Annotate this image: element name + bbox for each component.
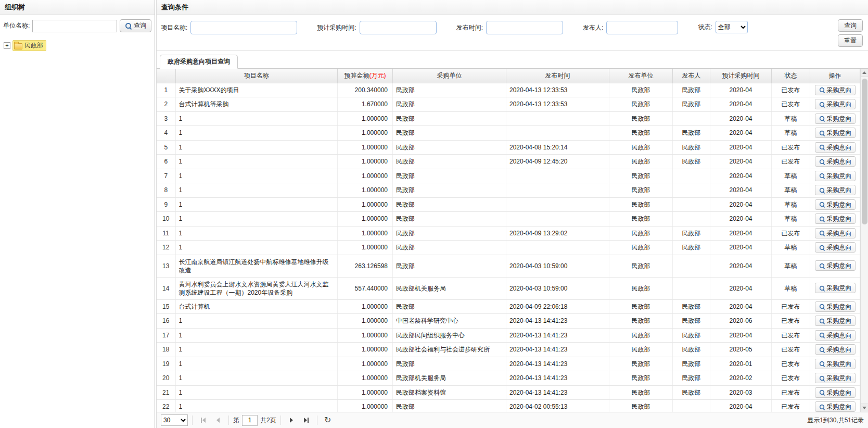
table-row[interactable]: 5 1 1.000000 民政部 2020-04-08 15:20:14 民政部…	[157, 140, 860, 155]
view-intention-button[interactable]: 采购意向	[815, 359, 856, 369]
page-size-select[interactable]: 30	[161, 414, 188, 426]
table-row[interactable]: 13 长江南京航道局镇江航道处扬中航标维修基地维修升级改造 263.126598…	[157, 255, 860, 277]
table-row[interactable]: 11 1 1.000000 民政部 2020-04-09 13:29:02 民政…	[157, 226, 860, 241]
expected-time-cell: 2020-04	[710, 155, 772, 169]
publisher-cell	[673, 277, 710, 299]
table-row[interactable]: 9 1 1.000000 民政部 民政部 2020-04 草稿 采购意向	[157, 197, 860, 212]
table-row[interactable]: 16 1 1.000000 中国老龄科学研究中心 2020-04-13 14:4…	[157, 314, 860, 329]
table-row[interactable]: 8 1 1.000000 民政部 民政部 2020-04 草稿 采购意向	[157, 183, 860, 198]
next-page-button[interactable]	[285, 414, 298, 426]
tab-procurement-intention-query[interactable]: 政府采购意向项目查询	[160, 55, 238, 69]
view-intention-button[interactable]: 采购意向	[815, 260, 856, 271]
publisher-input[interactable]	[606, 21, 678, 34]
view-intention-label: 采购意向	[827, 186, 852, 194]
query-reset-button[interactable]: 重置	[838, 34, 863, 47]
view-intention-button[interactable]: 采购意向	[815, 114, 856, 124]
expected-time-cell: 2020-04	[710, 111, 772, 126]
view-intention-button[interactable]: 采购意向	[815, 199, 856, 210]
table-row[interactable]: 2 台式计算机等采购 1.670000 民政部 2020-04-13 12:33…	[157, 97, 860, 112]
publisher-cell	[673, 400, 710, 412]
view-intention-button[interactable]: 采购意向	[815, 242, 856, 253]
table-row[interactable]: 18 1 1.000000 民政部社会福利与社会进步研究所 2020-04-13…	[157, 343, 860, 357]
view-intention-label: 采购意向	[827, 200, 852, 209]
status-cell: 草稿	[772, 212, 810, 226]
table-row[interactable]: 3 1 1.000000 民政部 民政部 2020-04 草稿 采购意向	[157, 111, 860, 126]
operation-cell: 采购意向	[810, 328, 860, 343]
refresh-button[interactable]: ↻	[322, 414, 334, 426]
last-page-button[interactable]	[300, 414, 313, 426]
expected-time-input[interactable]	[360, 21, 437, 34]
purchase-unit-cell: 民政部	[393, 183, 506, 198]
purchase-unit-cell: 民政部	[393, 400, 506, 412]
pager-separator	[192, 416, 193, 425]
view-intention-label: 采购意向	[827, 303, 852, 311]
view-intention-button[interactable]: 采购意向	[815, 171, 856, 181]
table-row[interactable]: 20 1 1.000000 民政部机关服务局 2020-04-13 14:41:…	[157, 371, 860, 386]
view-intention-button[interactable]: 采购意向	[815, 228, 856, 238]
view-intention-button[interactable]: 采购意向	[815, 85, 856, 95]
prev-page-icon	[216, 418, 220, 423]
magnifier-icon	[819, 101, 824, 107]
table-row[interactable]: 22 1 1.000000 民政部 2020-04-02 00:55:13 民政…	[157, 400, 860, 412]
table-row[interactable]: 1 关于采购XXXX的项目 200.340000 民政部 2020-04-13 …	[157, 83, 860, 97]
pager-separator	[228, 416, 229, 425]
table-row[interactable]: 14 黄河水利委员会上游水文水资源局黄委大江大河水文监测系统建设工程（一期）20…	[157, 277, 860, 299]
row-number-cell: 9	[157, 197, 175, 212]
view-intention-button[interactable]: 采购意向	[815, 316, 856, 326]
view-intention-button[interactable]: 采购意向	[815, 142, 856, 153]
tree-node-selected[interactable]: 民政部	[12, 40, 46, 51]
unit-name-input[interactable]	[32, 20, 117, 32]
table-row[interactable]: 10 1 1.000000 民政部 民政部 2020-04 草稿 采购意向	[157, 212, 860, 226]
status-cell: 草稿	[772, 277, 810, 299]
view-intention-button[interactable]: 采购意向	[815, 373, 856, 383]
publish-time-input[interactable]	[486, 21, 563, 34]
col-budget-unit: (万元)	[369, 72, 386, 79]
table-row[interactable]: 6 1 1.000000 民政部 2020-04-09 12:45:20 民政部…	[157, 155, 860, 169]
view-intention-button[interactable]: 采购意向	[815, 387, 856, 398]
publish-time-cell: 2020-04-09 22:06:18	[506, 299, 609, 314]
row-number-cell: 6	[157, 155, 175, 169]
first-page-button[interactable]	[197, 414, 209, 426]
scrollbar-thumb[interactable]	[862, 79, 867, 224]
query-search-button[interactable]: 查询	[838, 19, 863, 32]
view-intention-button[interactable]: 采购意向	[815, 156, 856, 167]
view-intention-button[interactable]: 采购意向	[815, 128, 856, 138]
table-scrollbar[interactable]	[860, 69, 868, 412]
table-row[interactable]: 19 1 1.000000 民政部 2020-04-13 14:41:23 民政…	[157, 357, 860, 371]
table-row[interactable]: 4 1 1.000000 民政部 民政部 民政部 2020-04 草稿 采购意向	[157, 126, 860, 141]
view-intention-button[interactable]: 采购意向	[815, 213, 856, 224]
prev-page-button[interactable]	[212, 414, 224, 426]
budget-cell: 1.000000	[338, 212, 393, 226]
view-intention-button[interactable]: 采购意向	[815, 99, 856, 109]
status-cell: 草稿	[772, 241, 810, 255]
magnifier-icon	[819, 144, 824, 150]
status-cell: 草稿	[772, 197, 810, 212]
view-intention-button[interactable]: 采购意向	[815, 185, 856, 195]
status-select[interactable]: 全部	[716, 21, 748, 33]
current-page-input[interactable]	[242, 415, 258, 426]
operation-cell: 采购意向	[810, 357, 860, 371]
tree-node-root[interactable]: + 民政部	[4, 40, 151, 51]
budget-cell: 1.000000	[338, 385, 393, 400]
scroll-up-button[interactable]	[861, 69, 868, 77]
view-intention-button[interactable]: 采购意向	[815, 401, 856, 412]
col-project-name: 项目名称	[175, 69, 338, 83]
table-row[interactable]: 17 1 1.000000 民政部民间组织服务中心 2020-04-13 14:…	[157, 328, 860, 343]
expected-time-cell: 2020-04	[710, 140, 772, 155]
expected-time-cell: 2020-04	[710, 97, 772, 112]
scroll-down-button[interactable]	[861, 404, 868, 412]
first-page-icon-arrow	[202, 418, 206, 423]
view-intention-button[interactable]: 采购意向	[815, 330, 856, 341]
view-intention-button[interactable]: 采购意向	[815, 301, 856, 312]
view-intention-button[interactable]: 采购意向	[815, 344, 856, 355]
project-name-input[interactable]	[190, 21, 297, 34]
table-row[interactable]: 21 1 1.000000 民政部档案资料馆 2020-04-13 14:41:…	[157, 385, 860, 400]
table-row[interactable]: 12 1 1.000000 民政部 民政部 民政部 2020-04 草稿 采购意…	[157, 241, 860, 255]
row-number-cell: 16	[157, 314, 175, 329]
table-row[interactable]: 15 台式计算机 1.000000 民政部 2020-04-09 22:06:1…	[157, 299, 860, 314]
tree-expand-icon[interactable]: +	[4, 42, 10, 49]
view-intention-button[interactable]: 采购意向	[815, 283, 856, 293]
budget-cell: 1.670000	[338, 97, 393, 112]
sidebar-search-button[interactable]: 查询	[120, 19, 151, 32]
table-row[interactable]: 7 1 1.000000 民政部 民政部 2020-04 草稿 采购意向	[157, 169, 860, 183]
